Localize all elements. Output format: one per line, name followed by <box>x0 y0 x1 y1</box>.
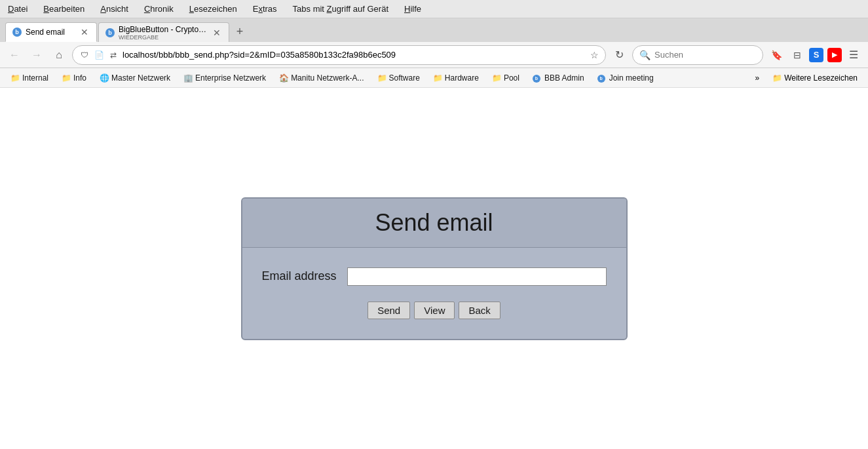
bookmark-info[interactable]: 📁 Info <box>56 71 92 85</box>
bookmark-internal-icon: 📁 <box>10 73 20 83</box>
back-button[interactable]: ← <box>5 46 24 64</box>
bookmarks-more-button[interactable]: » <box>749 71 764 85</box>
search-input[interactable] <box>654 50 753 60</box>
email-label: Email address <box>262 269 337 283</box>
bookmark-enterprise-icon: 🏢 <box>183 73 193 83</box>
bookmark-join-icon: b <box>597 73 605 83</box>
tab2-label: BigBlueButton - Crypto-B... <box>119 25 208 34</box>
tab2-close[interactable]: ✕ <box>212 28 222 38</box>
form-title: Send email <box>255 209 613 237</box>
bookmark-master-icon: 🌐 <box>100 73 109 83</box>
shield-icon: 🛡 <box>79 50 90 60</box>
menu-bearbeiten[interactable]: Bearbeiten <box>41 3 87 15</box>
bookmark-pool-icon: 📁 <box>492 73 502 83</box>
menu-bar: Datei Bearbeiten Ansicht Chronik Lesezei… <box>0 0 868 18</box>
email-input[interactable] <box>347 267 607 286</box>
menu-extras[interactable]: Extras <box>250 3 280 15</box>
bookmark-software-icon: 📁 <box>377 73 387 83</box>
bookmark-master-netzwerk[interactable]: 🌐 Master Netzwerk <box>94 71 176 85</box>
further-bookmarks-label: Weitere Lesezeichen <box>784 73 858 83</box>
bookmark-join-meeting[interactable]: b Join meeting <box>592 71 659 85</box>
bookmark-pool[interactable]: 📁 Pool <box>487 71 525 85</box>
bookmark-info-icon: 📁 <box>62 73 71 83</box>
toolbar-icons: 🔖 ⊟ S ▶ ☰ <box>767 46 863 64</box>
further-bookmarks[interactable]: 📁 Weitere Lesezeichen <box>767 71 863 85</box>
tab2-icon: b <box>105 28 115 37</box>
bookmark-software[interactable]: 📁 Software <box>372 71 425 85</box>
send-email-form: Send email Email address Send View Back <box>241 197 628 340</box>
bookmark-internal-label: Internal <box>22 73 48 83</box>
search-bar-wrapper: 🔍 <box>632 45 763 65</box>
bookmark-hardware-label: Hardware <box>445 73 479 83</box>
form-body: Email address Send View Back <box>242 248 626 339</box>
tab1-label: Send email <box>26 28 75 37</box>
address-input[interactable] <box>123 50 586 60</box>
form-buttons: Send View Back <box>262 302 607 319</box>
form-title-bar: Send email <box>242 199 626 248</box>
tab-bar: b Send email ✕ b BigBlueButton - Crypto-… <box>0 18 868 42</box>
email-row: Email address <box>262 267 607 286</box>
address-bar-wrapper: 🛡 📄 ⇄ ☆ <box>72 45 606 65</box>
menu-button[interactable]: ☰ <box>844 46 863 64</box>
new-tab-button[interactable]: + <box>231 22 249 41</box>
tab1-icon: b <box>12 28 22 37</box>
connection-icon: ⇄ <box>108 50 119 60</box>
bookmark-software-label: Software <box>389 73 420 83</box>
bookmark-info-label: Info <box>73 73 86 83</box>
home-button[interactable]: ⌂ <box>50 46 68 64</box>
bookmark-join-label: Join meeting <box>609 73 654 83</box>
search-icon: 🔍 <box>639 50 651 60</box>
bookmark-manitu[interactable]: 🏠 Manitu Netzwerk-A... <box>274 71 369 85</box>
youtube-icon[interactable]: ▶ <box>827 48 842 62</box>
back-button-form[interactable]: Back <box>459 302 500 319</box>
tab1-close[interactable]: ✕ <box>79 27 90 37</box>
menu-hilfe[interactable]: Hilfe <box>402 3 424 15</box>
bookmark-bbb-admin-icon: b <box>533 73 540 83</box>
pocket-icon[interactable]: 🔖 <box>767 46 785 64</box>
tab-bigbluebutton[interactable]: b BigBlueButton - Crypto-B... WIEDERGABE… <box>98 22 229 42</box>
bookmark-enterprise-netzwerk[interactable]: 🏢 Enterprise Netzwerk <box>178 71 271 85</box>
skype-icon[interactable]: S <box>809 48 823 62</box>
bookmark-internal[interactable]: 📁 Internal <box>5 71 54 85</box>
forward-button[interactable]: → <box>28 46 46 64</box>
bookmark-hardware[interactable]: 📁 Hardware <box>428 71 484 85</box>
bookmark-manitu-label: Manitu Netzwerk-A... <box>291 73 364 83</box>
bookmark-star[interactable]: ☆ <box>590 50 599 60</box>
nav-bar: ← → ⌂ 🛡 📄 ⇄ ☆ ↻ 🔍 🔖 ⊟ S ▶ ☰ <box>0 42 868 68</box>
page-icon: 📄 <box>94 50 104 60</box>
split-view-icon[interactable]: ⊟ <box>788 46 806 64</box>
browser-window: Datei Bearbeiten Ansicht Chronik Lesezei… <box>0 0 868 449</box>
bookmark-pool-label: Pool <box>504 73 519 83</box>
bookmark-hardware-icon: 📁 <box>433 73 443 83</box>
folder-icon: 📁 <box>772 73 782 83</box>
reload-button[interactable]: ↻ <box>610 46 628 64</box>
view-button[interactable]: View <box>414 302 455 319</box>
bookmark-manitu-icon: 🏠 <box>279 73 289 83</box>
bookmark-bbb-admin-label: BBB Admin <box>544 73 584 83</box>
menu-ansicht[interactable]: Ansicht <box>98 3 131 15</box>
bookmarks-more-icon: » <box>755 73 759 83</box>
bookmark-bbb-admin[interactable]: b BBB Admin <box>527 71 590 85</box>
menu-chronik[interactable]: Chronik <box>142 3 176 15</box>
tab-send-email[interactable]: b Send email ✕ <box>5 22 97 42</box>
bookmarks-bar: 📁 Internal 📁 Info 🌐 Master Netzwerk 🏢 En… <box>0 68 868 88</box>
menu-datei[interactable]: Datei <box>5 3 30 15</box>
send-button[interactable]: Send <box>368 302 410 319</box>
menu-lesezeichen[interactable]: Lesezeichen <box>187 3 240 15</box>
bookmark-master-label: Master Netzwerk <box>111 73 170 83</box>
menu-tabs-zugriff[interactable]: Tabs mit Zugriff auf Gerät <box>290 3 391 15</box>
bookmark-enterprise-label: Enterprise Netzwerk <box>195 73 266 83</box>
tab2-sublabel: WIEDERGABE <box>119 34 208 41</box>
page-content: Send email Email address Send View Back <box>0 88 868 449</box>
